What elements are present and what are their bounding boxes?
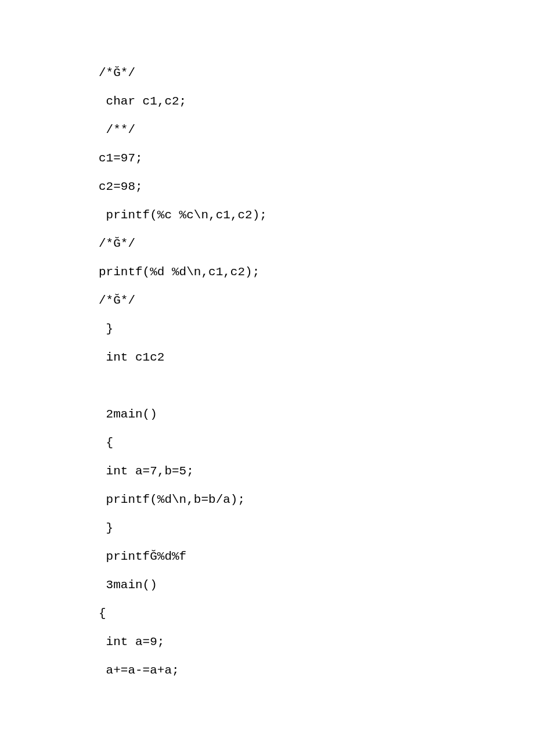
code-line: { [99,607,534,620]
code-line: 3main() [99,579,534,591]
code-line: int c1c2 [99,351,534,363]
code-line: c2=98; [99,181,534,193]
code-line: 2main() [99,408,534,420]
code-line: printfĞ%d%f [99,550,534,563]
code-line: printf(%c %c\n,c1,c2); [99,209,534,221]
code-line: printf(%d %d\n,c1,c2); [99,266,534,278]
code-line: printf(%d\n,b=b/a); [99,494,534,506]
code-line: { [99,437,534,449]
code-line: c1=97; [99,152,534,164]
code-line: char c1,c2; [99,95,534,107]
code-line: } [99,323,534,335]
blank-line [99,380,534,408]
code-line: } [99,522,534,534]
document-page: /*Ğ*/ char c1,c2; /**/ c1=97; c2=98; pri… [0,0,534,676]
code-line: int a=7,b=5; [99,465,534,477]
code-line: int a=9; [99,636,534,648]
code-line: /*Ğ*/ [99,67,534,79]
code-line: /**/ [99,124,534,136]
code-line: /*Ğ*/ [99,237,534,250]
code-line: a+=a-=a+a; [99,664,534,676]
code-line: /*Ğ*/ [99,294,534,307]
